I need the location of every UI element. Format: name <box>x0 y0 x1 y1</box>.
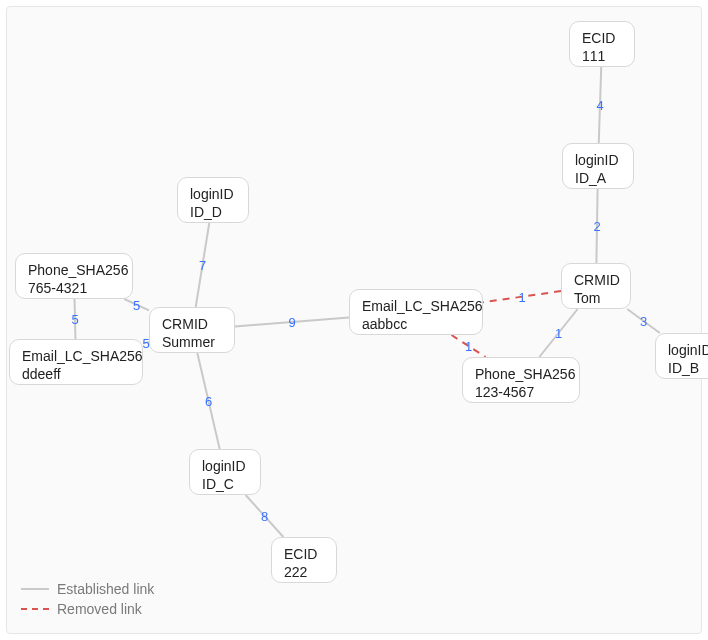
edge-label: 8 <box>261 509 268 524</box>
node-loginC[interactable]: loginIDID_C <box>189 449 261 495</box>
edge-emailAabbcc-phone123 <box>452 335 486 357</box>
node-value: ddeeff <box>22 366 130 384</box>
node-value: ID_C <box>202 476 248 494</box>
node-type: loginID <box>575 152 621 170</box>
legend-established: Established link <box>21 579 154 599</box>
node-type: loginID <box>202 458 248 476</box>
node-emailAabbcc[interactable]: Email_LC_SHA256aabbcc <box>349 289 483 335</box>
edge-label: 4 <box>596 98 603 113</box>
edge-label: 1 <box>518 289 525 304</box>
node-type: loginID <box>190 186 236 204</box>
edge-loginC-ecid222 <box>246 495 284 537</box>
edge-crmidSummer-loginD <box>196 223 210 307</box>
edge-crmidTom-loginA <box>596 189 597 263</box>
node-phone765[interactable]: Phone_SHA256765-4321 <box>15 253 133 299</box>
node-type: CRMID <box>162 316 222 334</box>
node-type: ECID <box>582 30 622 48</box>
node-ecid111[interactable]: ECID111 <box>569 21 635 67</box>
node-value: Tom <box>574 290 618 308</box>
graph-canvas: Established link Removed link ECID111log… <box>6 6 702 634</box>
edge-label: 7 <box>199 258 206 273</box>
node-value: 222 <box>284 564 324 582</box>
edge-label: 5 <box>71 312 78 327</box>
node-value: 765-4321 <box>28 280 120 298</box>
edge-label: 2 <box>593 219 600 234</box>
edge-crmidSummer-loginC <box>197 353 219 449</box>
node-value: ID_A <box>575 170 621 188</box>
node-emailDdeeff[interactable]: Email_LC_SHA256ddeeff <box>9 339 143 385</box>
edge-phone765-emailDdeeff <box>75 299 76 339</box>
node-type: loginID <box>668 342 708 360</box>
legend-removed-swatch <box>21 608 49 610</box>
node-value: ID_D <box>190 204 236 222</box>
edge-label: 1 <box>465 339 472 354</box>
node-crmidSummer[interactable]: CRMIDSummer <box>149 307 235 353</box>
node-type: Email_LC_SHA256 <box>22 348 130 366</box>
node-ecid222[interactable]: ECID222 <box>271 537 337 583</box>
node-type: Email_LC_SHA256 <box>362 298 470 316</box>
node-loginA[interactable]: loginIDID_A <box>562 143 634 189</box>
legend-established-swatch <box>21 588 49 590</box>
node-loginD[interactable]: loginIDID_D <box>177 177 249 223</box>
edge-crmidSummer-phone765 <box>124 299 149 310</box>
edge-label: 5 <box>133 297 140 312</box>
node-value: Summer <box>162 334 222 352</box>
node-value: 123-4567 <box>475 384 567 402</box>
edge-label: 1 <box>555 326 562 341</box>
edge-crmidTom-loginB <box>627 309 660 333</box>
node-value: ID_B <box>668 360 708 378</box>
legend: Established link Removed link <box>21 579 154 619</box>
node-value: aabbcc <box>362 316 470 334</box>
edge-loginA-ecid111 <box>599 67 601 143</box>
node-phone123[interactable]: Phone_SHA256123-4567 <box>462 357 580 403</box>
edge-label: 9 <box>288 314 295 329</box>
edge-crmidTom-emailAabbcc <box>483 291 561 302</box>
edge-label: 6 <box>205 394 212 409</box>
node-value: 111 <box>582 48 622 66</box>
legend-removed-label: Removed link <box>57 601 142 617</box>
legend-removed: Removed link <box>21 599 154 619</box>
edge-crmidSummer-emailAabbcc <box>235 317 349 326</box>
node-type: Phone_SHA256 <box>28 262 120 280</box>
node-crmidTom[interactable]: CRMIDTom <box>561 263 631 309</box>
edge-label: 3 <box>640 314 647 329</box>
node-type: ECID <box>284 546 324 564</box>
node-type: Phone_SHA256 <box>475 366 567 384</box>
legend-established-label: Established link <box>57 581 154 597</box>
node-loginB[interactable]: loginIDID_B <box>655 333 708 379</box>
node-type: CRMID <box>574 272 618 290</box>
edge-crmidTom-phone123 <box>539 309 577 357</box>
